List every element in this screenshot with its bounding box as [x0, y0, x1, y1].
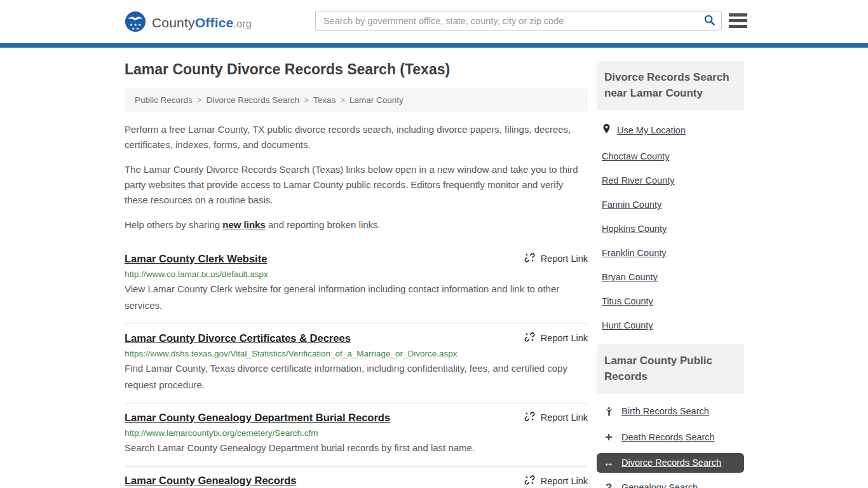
- public-record-link[interactable]: Birth Records Search: [621, 406, 709, 416]
- record-list-item: Lamar County Genealogy Department Burial…: [125, 403, 588, 467]
- breadcrumb-item[interactable]: Public Records: [135, 95, 193, 105]
- report-link-button[interactable]: Report Link: [524, 411, 588, 424]
- record-description: Search Lamar County Genealogy Department…: [125, 440, 588, 456]
- svg-text:★ ★: ★ ★: [132, 27, 139, 30]
- plus-icon: +: [603, 431, 614, 444]
- unlink-icon: [524, 332, 535, 344]
- record-list-item: Lamar County Genealogy Records Report Li…: [125, 467, 588, 488]
- sidebar-item-divorce-records-search[interactable]: ↔ Divorce Records Search: [597, 453, 744, 473]
- logo-wordmark: CountyOffice.org: [152, 15, 252, 30]
- double-arrow-icon: ↔: [603, 458, 614, 468]
- sidebar-item-birth-records-search[interactable]: Birth Records Search: [597, 402, 744, 421]
- record-title-link[interactable]: Lamar County Genealogy Department Burial…: [125, 412, 390, 424]
- record-list-item: Lamar County Divorce Certificates & Decr…: [125, 324, 588, 403]
- record-description: Find Lamar County, Texas divorce certifi…: [125, 360, 588, 393]
- location-pin-icon: [602, 123, 611, 137]
- breadcrumb-separator: >: [340, 95, 345, 105]
- search-icon: [703, 14, 715, 28]
- record-list-item: Lamar County Clerk Website Report Link h…: [125, 242, 588, 324]
- hamburger-menu-icon[interactable]: [729, 13, 747, 28]
- new-links-link[interactable]: new links: [222, 219, 266, 230]
- record-url[interactable]: https://www.dshs.texas.gov/Vital_Statist…: [125, 349, 588, 358]
- public-records-list: Birth Records Search + Death Records Sea…: [597, 402, 744, 488]
- record-title-link[interactable]: Lamar County Divorce Certificates & Decr…: [125, 332, 351, 344]
- nearby-section-title: Divorce Records Search near Lamar County: [597, 61, 744, 110]
- county-office-logo[interactable]: ★ ★ ★ ★ ★ CountyOffice.org: [125, 11, 252, 35]
- records-list: Lamar County Clerk Website Report Link h…: [125, 242, 588, 488]
- record-url[interactable]: http://www.lamarcountytx.org/cemetery/Se…: [125, 428, 588, 438]
- question-icon: ?: [603, 482, 614, 488]
- main-content: Lamar County Divorce Records Search (Tex…: [125, 48, 588, 488]
- intro-paragraph-2: The Lamar County Divorce Records Search …: [125, 162, 588, 208]
- breadcrumb-separator: >: [197, 95, 202, 105]
- unlink-icon: [524, 252, 535, 265]
- county-link[interactable]: Fannin County: [602, 200, 744, 210]
- sidebar-item-death-records-search[interactable]: + Death Records Search: [597, 426, 744, 448]
- help-paragraph: Help others by sharing new links and rep…: [125, 217, 588, 233]
- county-link[interactable]: Choctaw County: [602, 151, 744, 161]
- breadcrumb-item: Lamar County: [349, 95, 403, 105]
- header-search-bar: [315, 11, 722, 30]
- report-link-button[interactable]: Report Link: [524, 475, 588, 487]
- record-title-link[interactable]: Lamar County Clerk Website: [125, 253, 267, 265]
- unlink-icon: [524, 411, 535, 424]
- child-icon: [603, 406, 614, 417]
- county-link[interactable]: Hopkins County: [602, 224, 744, 234]
- report-link-button[interactable]: Report Link: [524, 332, 588, 344]
- sidebar-item-genealogy-search[interactable]: ? Genealogy Search: [597, 478, 744, 488]
- county-link[interactable]: Red River County: [602, 175, 744, 186]
- public-record-link[interactable]: Divorce Records Search: [621, 458, 721, 468]
- search-button[interactable]: [697, 11, 721, 30]
- breadcrumb: Public Records>Divorce Records Search>Te…: [125, 88, 588, 112]
- eagle-logo-icon: ★ ★ ★ ★ ★: [125, 11, 146, 35]
- record-description: View Lamar County Clerk website for gene…: [125, 281, 588, 313]
- breadcrumb-item[interactable]: Divorce Records Search: [207, 95, 299, 105]
- report-link-button[interactable]: Report Link: [524, 252, 588, 265]
- header-accent-bar: [0, 43, 868, 48]
- county-link[interactable]: Titus County: [602, 296, 744, 306]
- public-record-link[interactable]: Genealogy Search: [621, 482, 698, 488]
- public-records-section-title: Lamar County Public Records: [597, 344, 744, 393]
- site-header: ★ ★ ★ ★ ★ CountyOffice.org: [0, 0, 868, 43]
- county-link[interactable]: Franklin County: [602, 248, 744, 258]
- intro-paragraph-1: Perform a free Lamar County, TX public d…: [125, 122, 588, 152]
- unlink-icon: [524, 475, 535, 487]
- use-my-location-link[interactable]: Use My Location: [617, 125, 686, 135]
- record-title-link[interactable]: Lamar County Genealogy Records: [125, 475, 297, 487]
- sidebar: Divorce Records Search near Lamar County…: [597, 48, 744, 488]
- svg-text:★ ★ ★: ★ ★ ★: [130, 23, 142, 27]
- public-record-link[interactable]: Death Records Search: [621, 432, 715, 442]
- nearby-county-list: Choctaw County Red River County Fannin C…: [597, 151, 744, 330]
- county-link[interactable]: Bryan County: [602, 272, 744, 282]
- breadcrumb-separator: >: [304, 95, 309, 105]
- page-title: Lamar County Divorce Records Search (Tex…: [125, 61, 588, 78]
- county-link[interactable]: Hunt County: [602, 320, 744, 330]
- search-input[interactable]: [316, 11, 697, 30]
- breadcrumb-item[interactable]: Texas: [313, 95, 336, 105]
- use-my-location-row[interactable]: Use My Location: [597, 123, 744, 137]
- record-url[interactable]: http://www.co.lamar.tx.us/default.aspx: [125, 269, 588, 279]
